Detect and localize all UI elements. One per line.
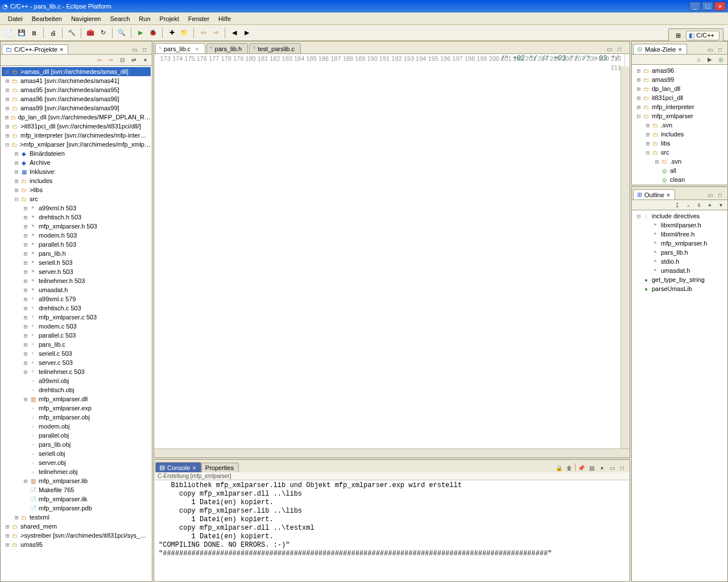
close-console-icon[interactable]: × <box>192 464 196 471</box>
filter-public-icon[interactable]: ● <box>705 201 714 210</box>
back-button[interactable]: ⇦ <box>197 27 209 39</box>
tree-item[interactable]: ⊞◆Archive <box>2 158 151 167</box>
filter-static-icon[interactable]: s <box>694 201 704 210</box>
tree-item[interactable]: ▫teilnehmer.obj <box>2 467 151 476</box>
expand-icon[interactable]: ⊞ <box>22 396 29 403</box>
tree-item[interactable]: ⊞ʰparallel.h 503 <box>2 240 151 249</box>
expand-icon[interactable]: ⊞ <box>644 122 651 129</box>
expand-icon[interactable]: ⊞ <box>22 305 29 312</box>
editor-maximize-icon[interactable]: □ <box>615 44 624 53</box>
perspective-tab-cpp[interactable]: ◧ C/C++ <box>686 31 719 40</box>
tree-item[interactable]: ⊟🗀>mfp_xmlparser [svn://archimedes/mfp_x… <box>2 140 151 149</box>
tree-item[interactable]: ⊞ᶜmodem.c 503 <box>2 322 151 331</box>
tree-item[interactable]: ⊞🗀amas96 [svn://archimedes/amas96] <box>2 94 151 103</box>
tree-item[interactable]: ⊞ʰpars_lib.h <box>2 249 151 258</box>
expand-icon[interactable]: ⊞ <box>22 277 29 285</box>
expand-icon[interactable]: ⊞ <box>13 514 20 521</box>
open-perspective-button[interactable]: ⊞ <box>672 30 684 41</box>
run-button[interactable]: ▶ <box>135 27 146 39</box>
make-min-icon[interactable]: ▭ <box>705 45 714 54</box>
tab-properties[interactable]: Properties <box>201 463 239 472</box>
maximize-panel-icon[interactable]: □ <box>140 45 149 54</box>
minimize-panel-icon[interactable]: ▭ <box>130 45 139 54</box>
expand-icon[interactable]: ⊞ <box>22 286 29 294</box>
expand-icon[interactable]: ⊞ <box>22 214 29 221</box>
tree-item[interactable]: ▫mfp_xmlparser.exp <box>2 404 151 413</box>
tree-item[interactable]: ⊞🗀amas95 [svn://archimedes/amas95] <box>2 85 151 94</box>
tree-item[interactable]: ʰstdio.h <box>633 257 726 266</box>
tree-item[interactable]: ⊞🗀shared_mem <box>2 522 151 531</box>
tree-item[interactable]: ⊞🗀>systreiber [svn://archimedes/it831pci… <box>2 531 151 540</box>
expand-icon[interactable]: ⊞ <box>4 523 11 530</box>
expand-icon[interactable]: ⊞ <box>22 359 29 367</box>
tree-item[interactable]: ⊟🗀src <box>2 194 151 203</box>
expand-icon[interactable]: ⊞ <box>22 250 29 257</box>
tree-item[interactable]: ⊞🗀it831pci_dll <box>633 93 726 102</box>
editor-tab[interactable]: ᶜpars_lib.c× <box>155 43 205 53</box>
tree-item[interactable]: ⊞🗀dp_lan_dll <box>633 84 726 93</box>
menu-icon[interactable]: ▾ <box>140 56 150 65</box>
minimize-button[interactable]: _ <box>689 2 701 11</box>
tree-item[interactable]: ▫modem.obj <box>2 422 151 431</box>
expand-icon[interactable]: ⊞ <box>4 114 10 121</box>
refresh-button[interactable]: ↻ <box>97 27 109 39</box>
expand-icon[interactable]: ⊞ <box>644 131 651 138</box>
pin-console-icon[interactable]: 📌 <box>577 463 586 472</box>
expand-icon[interactable]: ⊞ <box>22 268 29 276</box>
editor-tab[interactable]: ᶜpars_lib.h <box>206 43 249 53</box>
expand-icon[interactable]: ⊞ <box>4 77 11 85</box>
tree-item[interactable]: ●parseUmasLib <box>633 284 726 293</box>
expand-icon[interactable]: ⊞ <box>22 323 29 330</box>
editor-minimize-icon[interactable]: ▭ <box>605 44 614 53</box>
new-folder-button[interactable]: 📁 <box>179 27 190 39</box>
expand-icon[interactable]: ⊟ <box>644 149 651 156</box>
editor-tab[interactable]: ᶜtest_parslib.c <box>249 43 301 53</box>
tree-item[interactable]: 📄mfp_xmlparser.pdb <box>2 504 151 513</box>
tree-item[interactable]: ⊞ᶜa99xml.c 579 <box>2 294 151 304</box>
editor-hscrollbar[interactable] <box>154 448 630 458</box>
close-make-icon[interactable]: × <box>678 46 681 53</box>
tree-item[interactable]: ⊞ʰa99xml.h 503 <box>2 203 151 213</box>
tree-item[interactable]: ⊞🗀includes <box>2 176 151 185</box>
open-console-icon[interactable]: ▾ <box>597 463 606 472</box>
outline-max-icon[interactable]: □ <box>715 190 725 199</box>
clear-console-icon[interactable]: 🗑 <box>565 463 574 472</box>
expand-icon[interactable]: ⊞ <box>22 332 29 339</box>
print-button[interactable]: 🖨 <box>47 27 59 39</box>
tab-projects[interactable]: 🗀 C/C++-Projekte × <box>2 44 68 54</box>
expand-icon[interactable]: ⊞ <box>13 177 20 185</box>
tree-item[interactable]: ⊞ᶜparallel.c 503 <box>2 331 151 340</box>
expand-icon[interactable]: ⊞ <box>22 205 29 212</box>
tree-item[interactable]: ◎all <box>633 166 726 175</box>
tree-item[interactable]: ʰlibxml/tree.h <box>633 230 726 239</box>
tree-item[interactable]: ⊞▥mfp_xmlparser.lib <box>2 476 151 485</box>
tree-item[interactable]: ʰpars_lib.h <box>633 248 726 257</box>
outline-min-icon[interactable]: ▭ <box>705 190 714 199</box>
link-editor-icon[interactable]: ⇄ <box>129 56 138 65</box>
tree-item[interactable]: 📄mfp_xmlparser.ilk <box>2 494 151 504</box>
tree-item[interactable]: ⊞🗀>amas_dll [svn://archimedes/amas_dll] <box>2 67 151 76</box>
tree-item[interactable]: ⊞ᶜdrehtisch.c 503 <box>2 304 151 313</box>
tree-item[interactable]: ⊞🗀umas95 <box>2 540 151 549</box>
new-class-button[interactable]: ✚ <box>166 27 177 39</box>
tree-item[interactable]: ⊞🗀.svn <box>633 157 726 166</box>
tree-item[interactable]: ⊟⋮include directives <box>633 211 726 221</box>
console-max-icon[interactable]: □ <box>618 463 627 472</box>
tree-item[interactable]: ⊞ᶜpars_lib.c <box>2 340 151 349</box>
tree-item[interactable]: ⊞🗀amas99 <box>633 75 726 84</box>
expand-icon[interactable]: ⊞ <box>4 105 11 112</box>
expand-icon[interactable]: ⊞ <box>13 159 20 167</box>
tree-item[interactable]: ⊞🗀>it831pci_dll [svn://archimedes/it831p… <box>2 122 151 131</box>
expand-icon[interactable]: ⊟ <box>4 141 10 148</box>
expand-icon[interactable]: ⊞ <box>653 158 660 165</box>
expand-icon[interactable]: ⊞ <box>13 150 20 157</box>
build-target-icon[interactable]: ▶ <box>705 55 714 64</box>
expand-icon[interactable]: ⊟ <box>635 113 642 120</box>
tree-item[interactable]: ▫parallel.obj <box>2 431 151 440</box>
tree-item[interactable]: ⊞▦Inklusive: <box>2 167 151 176</box>
debug-button[interactable]: 🐞 <box>147 27 159 39</box>
tree-item[interactable]: ⊞🗀.svn <box>633 120 726 130</box>
tree-item[interactable]: ⊞ᶜserver.c 503 <box>2 358 151 367</box>
tree-item[interactable]: ʰlibxml/parser.h <box>633 221 726 230</box>
build-button[interactable]: 🔨 <box>66 27 77 39</box>
